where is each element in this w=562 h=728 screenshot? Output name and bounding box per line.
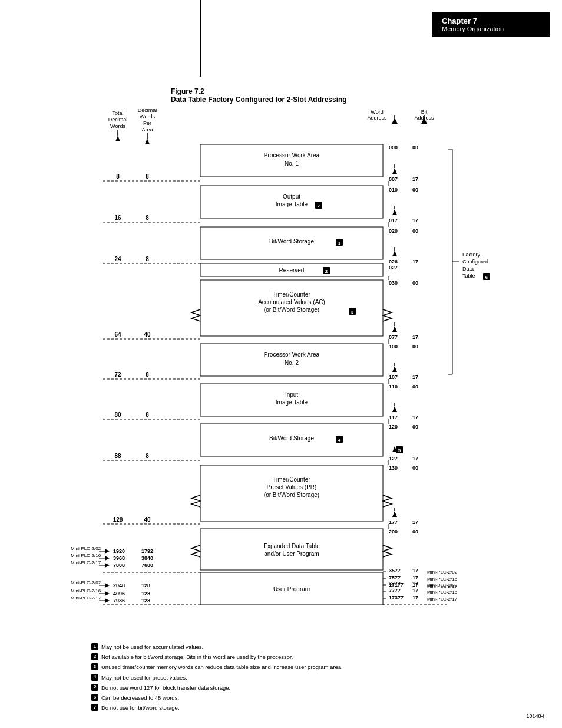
svg-text:00: 00	[412, 529, 418, 535]
svg-text:24: 24	[114, 256, 121, 262]
svg-text:130: 130	[389, 465, 398, 471]
svg-marker-0	[392, 118, 398, 124]
svg-text:00: 00	[412, 424, 418, 430]
svg-text:107: 107	[389, 374, 398, 380]
svg-text:026: 026	[389, 259, 398, 265]
svg-text:Preset Values (PR): Preset Values (PR)	[267, 484, 317, 490]
fn-text-5: Do not use word 127 for block transfer d…	[101, 683, 230, 692]
fn-text-7: Do not use for bit/word storage.	[101, 703, 180, 712]
svg-text:3577: 3577	[389, 568, 401, 574]
svg-text:17: 17	[412, 374, 418, 380]
svg-text:17: 17	[412, 588, 418, 594]
footnote-2: 2 Not available for bit/word storage. Bi…	[91, 653, 343, 661]
svg-text:Mini-PLC-2/02: Mini-PLC-2/02	[427, 569, 458, 575]
svg-text:128: 128	[113, 516, 123, 523]
page: Chapter 7 Memory Organization Figure 7.2…	[0, 0, 562, 728]
svg-text:17: 17	[412, 568, 418, 574]
svg-text:8: 8	[146, 215, 149, 221]
footnote-6: 6 Can be decreased to 48 words.	[91, 693, 343, 702]
svg-text:117: 117	[389, 414, 398, 420]
svg-text:Timer/Counter: Timer/Counter	[273, 291, 310, 298]
svg-text:120: 120	[389, 424, 398, 430]
svg-text:Address: Address	[414, 115, 434, 121]
svg-text:Mini-PLC-2/02: Mini-PLC-2/02	[71, 580, 101, 585]
svg-text:Mini-PLC-2/16: Mini-PLC-2/16	[71, 553, 101, 558]
svg-text:Output: Output	[283, 193, 300, 200]
svg-text:Mini-PLC-2/02: Mini-PLC-2/02	[427, 582, 458, 588]
svg-text:127: 127	[389, 456, 398, 462]
svg-text:7936: 7936	[113, 598, 125, 604]
chapter-number: Chapter 7	[442, 17, 541, 25]
footnote-1: 1 May not be used for accumulated values…	[91, 643, 343, 651]
svg-text:17377: 17377	[389, 595, 404, 601]
svg-text:00: 00	[412, 384, 418, 390]
svg-text:6: 6	[485, 275, 488, 280]
svg-text:Words: Words	[110, 123, 125, 129]
svg-text:00: 00	[412, 144, 418, 150]
fn-text-3: Unused timer/counter memory words can re…	[101, 663, 343, 671]
svg-text:00: 00	[412, 280, 418, 286]
svg-text:17: 17	[412, 595, 418, 601]
svg-text:8: 8	[116, 173, 120, 180]
footnote-3: 3 Unused timer/counter memory words can …	[91, 663, 343, 671]
svg-text:00: 00	[412, 344, 418, 350]
svg-text:027: 027	[389, 265, 398, 271]
svg-text:Accumulated Values (AC): Accumulated Values (AC)	[258, 299, 325, 305]
fn-text-1: May not be used for accumulated values.	[101, 643, 203, 651]
svg-text:17: 17	[412, 575, 418, 581]
svg-text:Bit/Word Storage: Bit/Word Storage	[269, 238, 314, 245]
svg-text:17: 17	[412, 176, 418, 182]
svg-text:007: 007	[389, 176, 398, 182]
svg-text:17: 17	[412, 519, 418, 525]
svg-text:Mini-PLC-2/17: Mini-PLC-2/17	[71, 560, 101, 565]
svg-text:40: 40	[144, 516, 151, 523]
fn-badge-5: 5	[91, 684, 98, 691]
svg-text:Mini-PLC-2/17: Mini-PLC-2/17	[71, 595, 101, 601]
svg-text:Image Table: Image Table	[276, 399, 308, 406]
svg-text:2: 2	[325, 269, 328, 274]
svg-text:64: 64	[114, 331, 121, 338]
svg-marker-139	[392, 511, 397, 517]
svg-text:Mini-PLC-2/16: Mini-PLC-2/16	[427, 589, 458, 595]
svg-text:5: 5	[398, 448, 401, 453]
svg-text:3: 3	[351, 309, 354, 315]
svg-marker-11	[115, 136, 120, 141]
svg-text:17: 17	[412, 334, 418, 340]
fn-badge-7: 7	[91, 704, 98, 711]
svg-text:077: 077	[389, 334, 398, 340]
svg-text:Expanded Data Table: Expanded Data Table	[263, 543, 320, 549]
svg-text:128: 128	[141, 598, 150, 604]
svg-text:Decimal: Decimal	[138, 109, 157, 113]
svg-text:No. 2: No. 2	[285, 360, 299, 366]
svg-text:3777: 3777	[389, 581, 401, 587]
svg-text:40: 40	[144, 331, 151, 338]
fn-text-4: May not be used for preset values.	[101, 673, 187, 682]
svg-text:Word: Word	[371, 109, 383, 115]
svg-text:7808: 7808	[113, 562, 125, 568]
svg-marker-53	[392, 251, 397, 256]
svg-marker-176	[105, 563, 110, 568]
svg-text:Words: Words	[140, 114, 155, 120]
svg-text:Mini-PLC-2/17: Mini-PLC-2/17	[427, 597, 458, 602]
svg-text:User Program: User Program	[273, 586, 310, 592]
svg-text:80: 80	[114, 411, 121, 418]
svg-text:8: 8	[146, 453, 149, 459]
figure-description: Data Table Factory Configured for 2-Slot…	[171, 95, 347, 104]
svg-text:Timer/Counter: Timer/Counter	[273, 476, 310, 483]
svg-text:16: 16	[114, 215, 121, 221]
svg-text:Bit/Word Storage: Bit/Word Storage	[269, 435, 314, 442]
svg-text:17: 17	[412, 414, 418, 420]
fn-badge-1: 1	[91, 643, 98, 650]
svg-text:7577: 7577	[389, 575, 401, 581]
svg-text:2048: 2048	[113, 582, 125, 588]
svg-text:17: 17	[412, 581, 418, 587]
svg-text:No. 1: No. 1	[285, 160, 299, 167]
svg-text:3840: 3840	[141, 555, 153, 561]
svg-marker-17	[145, 139, 150, 144]
svg-marker-84	[392, 326, 397, 332]
diagram-svg: Word Address Bit Address Total Decimal W…	[0, 109, 562, 640]
svg-text:128: 128	[141, 582, 150, 588]
svg-text:Data: Data	[462, 266, 474, 272]
svg-text:4: 4	[338, 437, 341, 443]
svg-text:017: 017	[389, 218, 398, 223]
